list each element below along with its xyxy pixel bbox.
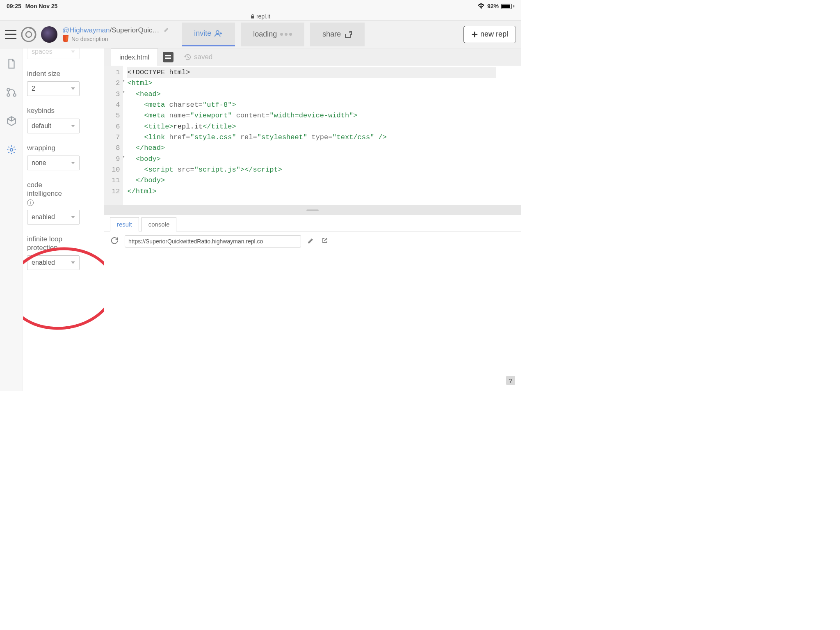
svg-point-5 (7, 94, 10, 96)
svg-point-6 (10, 149, 13, 151)
share-icon (344, 31, 352, 38)
status-time: 09:25 (7, 3, 21, 9)
svg-point-3 (7, 88, 10, 91)
setting-spaces-select[interactable]: spaces (27, 48, 80, 59)
setting-indent-size-label: indent size (27, 70, 100, 78)
svg-point-4 (13, 94, 16, 96)
wifi-icon (477, 3, 485, 9)
repl-title[interactable]: @Highwayman/SuperiorQuic… (62, 26, 169, 34)
ipad-status-bar: 09:25 Mon Nov 25 92% (0, 0, 521, 12)
new-repl-button[interactable]: new repl (463, 26, 516, 43)
setting-keybinds-select[interactable]: default (27, 119, 80, 133)
app-toolbar: @Highwayman/SuperiorQuic… No description… (0, 21, 521, 48)
pane-splitter[interactable] (104, 205, 521, 215)
svg-point-2 (216, 30, 219, 33)
left-icon-rail (0, 48, 23, 391)
settings-panel: spaces indent size 2 keybinds default wr… (23, 48, 104, 391)
saved-history-icon (184, 53, 192, 61)
file-tab-index-html[interactable]: index.html (111, 48, 158, 66)
setting-code-intelligence-label: code intelligence i (27, 181, 100, 206)
preview-pane[interactable]: ? (104, 251, 521, 391)
code-editor[interactable]: 123456789101112 <!DOCTYPE html> <html> <… (104, 66, 521, 205)
share-button[interactable]: share (310, 23, 365, 46)
tab-result[interactable]: result (110, 217, 139, 231)
svg-point-1 (26, 32, 32, 37)
tab-console[interactable]: console (142, 217, 177, 231)
editor-layout-icon[interactable] (163, 52, 173, 62)
setting-wrapping-label: wrapping (27, 144, 100, 152)
loading-dots-icon (280, 33, 292, 36)
safari-url-bar[interactable]: repl.it (0, 12, 521, 21)
setting-keybinds-label: keybinds (27, 107, 100, 115)
plus-icon (471, 31, 478, 38)
status-date: Mon Nov 25 (25, 3, 58, 9)
info-icon[interactable]: i (27, 199, 34, 206)
reload-icon[interactable] (110, 236, 119, 247)
saved-indicator: saved (184, 48, 212, 66)
version-control-icon[interactable] (6, 87, 17, 99)
settings-icon[interactable] (6, 144, 17, 157)
packages-icon[interactable] (6, 116, 17, 128)
repl-name: SuperiorQuic… (112, 26, 159, 34)
setting-code-intelligence-select[interactable]: enabled (27, 210, 80, 225)
code-content[interactable]: <!DOCTYPE html> <html> <head> <meta char… (123, 66, 500, 205)
repl-description: No description (62, 35, 169, 43)
setting-infinite-loop-label: infinite loop protection (27, 235, 100, 252)
file-tab-bar: index.html saved (104, 48, 521, 66)
preview-url-input[interactable] (125, 235, 301, 247)
username-link[interactable]: @Highwayman (62, 26, 110, 34)
help-button[interactable]: ? (506, 376, 515, 385)
run-button[interactable]: loading (241, 23, 304, 46)
battery-percent: 92% (487, 3, 499, 9)
invite-person-icon (215, 30, 223, 37)
url-domain: repl.it (256, 13, 270, 20)
edit-url-icon[interactable] (307, 236, 315, 246)
invite-button[interactable]: invite (182, 23, 235, 46)
html5-icon (62, 35, 69, 43)
files-icon[interactable] (6, 58, 17, 71)
menu-icon[interactable] (5, 30, 16, 39)
line-gutter: 123456789101112 (104, 66, 123, 205)
replit-logo-icon[interactable] (21, 26, 37, 43)
open-new-tab-icon[interactable] (321, 236, 329, 246)
setting-infinite-loop-select[interactable]: enabled (27, 255, 80, 270)
lock-icon (251, 14, 255, 19)
setting-wrapping-select[interactable]: none (27, 156, 80, 170)
output-tab-bar: result console (104, 215, 521, 231)
output-toolbar (104, 231, 521, 251)
setting-indent-size-select[interactable]: 2 (27, 81, 80, 96)
edit-title-icon[interactable] (164, 26, 169, 34)
battery-icon (501, 4, 514, 9)
user-avatar[interactable] (41, 26, 57, 43)
